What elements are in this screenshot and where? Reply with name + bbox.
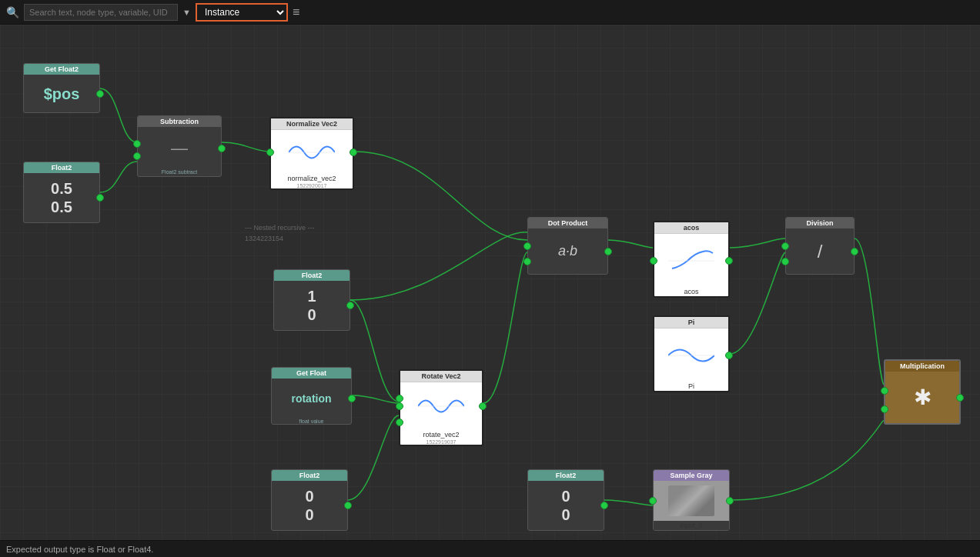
- wave-label: Pi: [654, 382, 728, 391]
- node-float2-0[interactable]: Float2 0 0: [271, 469, 348, 531]
- node-value: rotation: [291, 392, 331, 405]
- status-message: Expected output type is Float or Float4.: [6, 545, 153, 554]
- node-dot-product[interactable]: Dot Product a·b: [527, 217, 608, 275]
- port-left-2[interactable]: [781, 258, 789, 265]
- node-body: [654, 329, 728, 382]
- wave-svg: [668, 245, 714, 276]
- node-header: Float2: [274, 270, 350, 281]
- node-body: ✱: [885, 372, 959, 423]
- instance-select[interactable]: Instance Global Local: [196, 3, 288, 22]
- node-get-float-rotation[interactable]: Get Float rotation float value: [271, 367, 352, 425]
- node-header: Float2: [272, 470, 347, 481]
- wave-id: 1522920017: [271, 183, 353, 188]
- port-left[interactable]: [266, 148, 274, 156]
- search-dropdown-arrow[interactable]: ▼: [182, 8, 191, 17]
- node-sample-gray[interactable]: Sample Gray input_0: [653, 469, 730, 531]
- port-right[interactable]: [956, 394, 964, 402]
- node-body: 1 0: [274, 281, 350, 330]
- node-body: 0.5 0.5: [24, 173, 99, 222]
- node-value-1: 0: [561, 487, 570, 505]
- port-right[interactable]: [344, 502, 352, 509]
- node-normalize-vec2[interactable]: Normalize Vec2 normalize_vec2 1522920017: [269, 117, 354, 190]
- division-label: /: [818, 241, 823, 262]
- search-input[interactable]: [24, 4, 178, 21]
- wave-svg: [289, 137, 335, 168]
- node-float2-05[interactable]: Float2 0.5 0.5: [23, 162, 100, 223]
- port-right[interactable]: [725, 352, 733, 359]
- search-icon: 🔍: [6, 6, 19, 18]
- node-value-2: 0: [307, 305, 316, 324]
- port-left-1[interactable]: [523, 242, 531, 250]
- node-header: Get Float2: [24, 64, 99, 75]
- node-value: 0.5: [51, 179, 72, 198]
- port-right[interactable]: [218, 145, 226, 152]
- node-body: 0 0: [528, 481, 604, 530]
- port-left-3[interactable]: [396, 419, 403, 426]
- node-float2-1[interactable]: Float2 1 0: [273, 269, 350, 331]
- port-left-2[interactable]: [881, 405, 888, 413]
- node-division[interactable]: Division /: [785, 217, 855, 275]
- node-get-float2-pos[interactable]: Get Float2 $pos: [23, 63, 100, 113]
- node-value-2: 0.5: [51, 198, 72, 216]
- node-rotate-vec2[interactable]: Rotate Vec2 rotate_vec2 1522919037: [399, 369, 483, 446]
- mult-label: ✱: [914, 385, 932, 410]
- node-subtraction[interactable]: Subtraction — Float2 subtract: [137, 115, 222, 177]
- wave-label: normalize_vec2: [271, 174, 353, 183]
- port-left-1[interactable]: [133, 140, 141, 148]
- node-body: 0 0: [272, 481, 347, 530]
- node-sub-label-2: float value: [272, 419, 351, 424]
- node-value-1: 1: [307, 287, 316, 305]
- port-left-1[interactable]: [396, 395, 403, 402]
- node-body: —: [138, 127, 221, 169]
- node-header: Multiplication: [885, 361, 959, 372]
- filter-icon[interactable]: ≡: [293, 5, 299, 19]
- node-body: [654, 481, 729, 521]
- node-body: [654, 234, 728, 287]
- node-multiplication[interactable]: Multiplication ✱: [884, 359, 961, 425]
- wave-label: rotate_vec2: [400, 430, 482, 439]
- port-right[interactable]: [600, 502, 608, 509]
- port-right[interactable]: [346, 302, 354, 309]
- port-left-1[interactable]: [881, 387, 888, 395]
- port-right[interactable]: [851, 248, 858, 255]
- node-header: Dot Product: [528, 218, 607, 228]
- statusbar: Expected output type is Float or Float4.: [0, 540, 980, 557]
- node-body: rotation: [272, 379, 351, 419]
- node-header: Rotate Vec2: [400, 371, 482, 382]
- connections-svg: [0, 25, 980, 557]
- node-header: Pi: [654, 317, 728, 329]
- port-right[interactable]: [725, 257, 733, 265]
- wave-svg: [668, 340, 714, 371]
- port-right[interactable]: [604, 248, 612, 255]
- port-left-2[interactable]: [523, 258, 531, 265]
- nested-recursive-label: --- Nested recursive ---1324223154: [245, 223, 315, 244]
- port-left-1[interactable]: [781, 242, 789, 250]
- node-header: Float2: [528, 470, 604, 481]
- node-pi[interactable]: Pi Pi: [653, 315, 730, 392]
- wave-label: input_0: [654, 521, 729, 530]
- port-right[interactable]: [96, 90, 104, 98]
- port-left-2[interactable]: [133, 152, 141, 160]
- port-right[interactable]: [350, 148, 357, 156]
- port-left[interactable]: [650, 257, 657, 265]
- node-header: Normalize Vec2: [271, 118, 353, 130]
- port-right[interactable]: [348, 395, 356, 402]
- node-body: /: [786, 228, 854, 274]
- node-header: Get Float: [272, 368, 351, 379]
- node-acos[interactable]: acos acos: [653, 221, 730, 298]
- node-header: Float2: [24, 162, 99, 173]
- port-left[interactable]: [649, 497, 657, 505]
- node-body: [271, 130, 353, 174]
- port-right[interactable]: [726, 497, 734, 505]
- port-right[interactable]: [96, 194, 104, 202]
- dot-product-label: a·b: [558, 243, 577, 259]
- node-body: $pos: [24, 75, 99, 112]
- node-canvas[interactable]: Get Float2 $pos Float2 0.5 0.5 Subtracti…: [0, 25, 980, 557]
- port-left-2[interactable]: [396, 402, 403, 410]
- node-float2-0b[interactable]: Float2 0 0: [527, 469, 604, 531]
- node-header: Division: [786, 218, 854, 228]
- node-header: acos: [654, 222, 728, 234]
- node-body: [400, 382, 482, 430]
- wave-svg: [418, 391, 464, 422]
- port-right[interactable]: [479, 402, 487, 410]
